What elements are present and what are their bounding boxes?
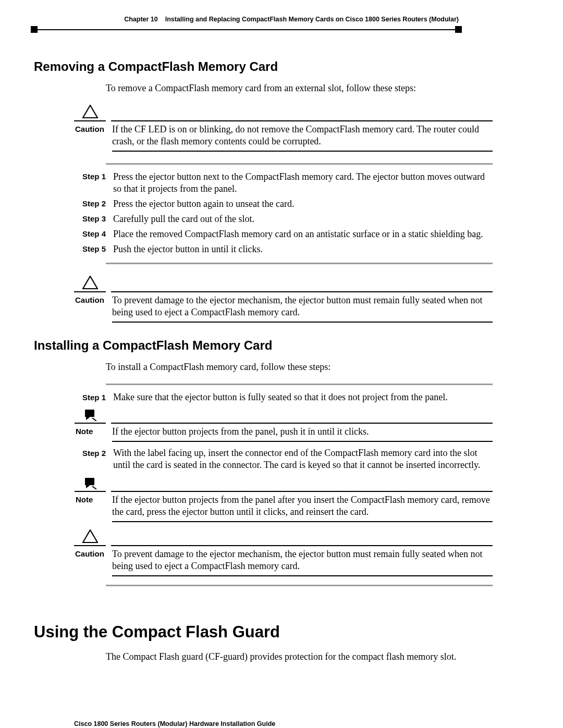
note-icon xyxy=(75,409,106,424)
caution-label: Caution xyxy=(74,548,107,558)
procedure-rule-bottom xyxy=(106,585,493,586)
caution-label: Caution xyxy=(74,294,107,304)
caution-box: Caution If the CF LED is on or blinking,… xyxy=(74,105,493,152)
caution-icon xyxy=(74,276,106,292)
caution-text: To prevent damage to the ejector mechani… xyxy=(112,548,493,576)
guide-title: Cisco 1800 Series Routers (Modular) Hard… xyxy=(74,720,459,728)
step-row: Step 1 Make sure that the ejector button… xyxy=(71,391,493,403)
step-row: Step 4 Place the removed CompactFlash me… xyxy=(71,228,493,240)
step-row: Step 2 Press the ejector button again to… xyxy=(71,198,493,210)
procedure-rule-top xyxy=(106,163,493,165)
caution-text: To prevent damage to the ejector mechani… xyxy=(112,294,493,323)
caution-icon xyxy=(74,105,106,121)
note-label: Note xyxy=(75,494,107,504)
note-text: If the ejector button projects from the … xyxy=(112,426,493,442)
step-label: Step 3 xyxy=(71,213,113,225)
step-label: Step 4 xyxy=(71,228,113,240)
step-row: Step 1 Press the ejector button next to … xyxy=(71,171,493,195)
svg-marker-2 xyxy=(83,530,97,542)
step-text: Place the removed CompactFlash memory ca… xyxy=(113,228,493,240)
caution-text: If the CF LED is on or blinking, do not … xyxy=(112,124,493,152)
removing-intro: To remove a CompactFlash memory card fro… xyxy=(106,82,493,94)
note-text: If the ejector button projects from the … xyxy=(112,494,493,522)
svg-marker-0 xyxy=(83,105,97,118)
heading-installing: Installing a CompactFlash Memory Card xyxy=(34,338,529,353)
step-text: Push the ejector button in until it clic… xyxy=(113,243,493,255)
note-label: Note xyxy=(75,426,107,436)
caution-box: Caution To prevent damage to the ejector… xyxy=(74,529,493,576)
step-text: Press the ejector button next to the Com… xyxy=(113,171,493,195)
installing-intro: To install a CompactFlash memory card, f… xyxy=(106,361,493,373)
step-row: Step 2 With the label facing up, insert … xyxy=(71,447,493,471)
note-box: Note If the ejector button projects from… xyxy=(75,477,493,522)
guard-intro: The Compact Flash guard (CF-guard) provi… xyxy=(106,651,493,663)
step-text: Make sure that the ejector button is ful… xyxy=(113,391,493,403)
note-box: Note If the ejector button projects from… xyxy=(75,409,493,442)
header-rule xyxy=(34,26,529,33)
procedure-rule-bottom xyxy=(106,263,493,264)
running-header: Chapter 10 Installing and Replacing Comp… xyxy=(34,16,529,23)
step-text: With the label facing up, insert the con… xyxy=(113,447,493,471)
chapter-title: Installing and Replacing CompactFlash Me… xyxy=(165,16,459,23)
svg-marker-1 xyxy=(83,276,97,289)
page-footer: Cisco 1800 Series Routers (Modular) Hard… xyxy=(34,720,529,728)
caution-label: Caution xyxy=(74,124,107,133)
note-icon xyxy=(75,477,106,492)
caution-box: Caution To prevent damage to the ejector… xyxy=(74,276,493,323)
chapter-label: Chapter 10 xyxy=(124,16,158,23)
heading-guard: Using the Compact Flash Guard xyxy=(34,623,529,641)
heading-removing: Removing a CompactFlash Memory Card xyxy=(34,59,529,74)
procedure-rule-top xyxy=(106,384,493,385)
caution-icon xyxy=(74,529,106,546)
step-label: Step 1 xyxy=(71,391,113,403)
step-text: Carefully pull the card out of the slot. xyxy=(113,213,493,225)
step-text: Press the ejector button again to unseat… xyxy=(113,198,493,210)
step-label: Step 2 xyxy=(71,198,113,210)
step-row: Step 3 Carefully pull the card out of th… xyxy=(71,213,493,225)
step-label: Step 2 xyxy=(71,447,113,471)
step-label: Step 1 xyxy=(71,171,113,195)
step-row: Step 5 Push the ejector button in until … xyxy=(71,243,493,255)
step-label: Step 5 xyxy=(71,243,113,255)
